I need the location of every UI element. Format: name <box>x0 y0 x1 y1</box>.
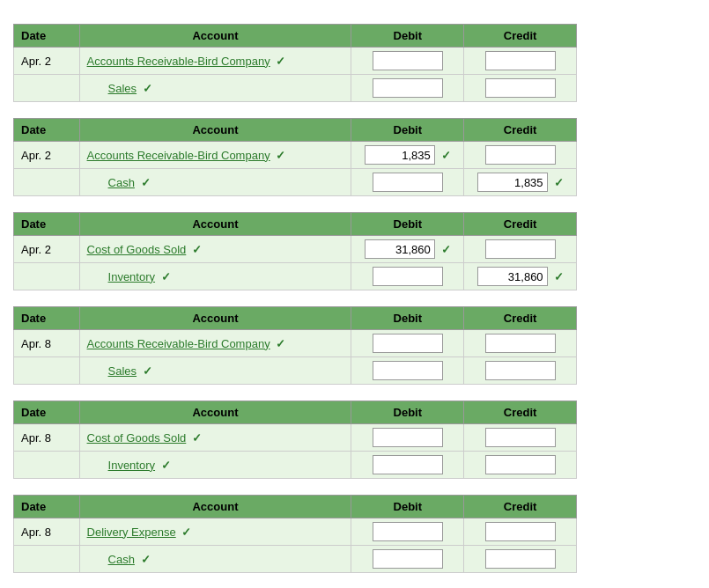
column-header-credit: Credit <box>464 496 577 518</box>
table-row: Sales ✓ <box>14 75 577 102</box>
debit-input[interactable] <box>373 334 443 353</box>
credit-input[interactable] <box>485 549 556 569</box>
debit-input[interactable] <box>373 78 443 98</box>
credit-input[interactable] <box>485 239 556 259</box>
table-row: Apr. 2Accounts Receivable-Bird Company ✓… <box>14 142 577 169</box>
credit-cell: ✓ <box>464 263 577 290</box>
credit-input[interactable] <box>485 361 556 380</box>
column-header-credit: Credit <box>464 119 577 142</box>
credit-input-wrapper <box>471 145 569 165</box>
debit-input[interactable] <box>373 361 443 380</box>
credit-input[interactable] <box>485 51 556 70</box>
account-cell: Sales ✓ <box>79 357 351 385</box>
account-name[interactable]: Cost of Goods Sold <box>87 243 187 256</box>
date-cell: Apr. 2 <box>14 142 80 169</box>
account-name[interactable]: Sales <box>87 364 137 378</box>
credit-input[interactable] <box>485 145 556 165</box>
credit-cell <box>464 546 577 573</box>
credit-input[interactable] <box>485 78 556 98</box>
account-checkmark: ✓ <box>188 243 202 256</box>
debit-input-wrapper <box>358 334 456 353</box>
account-name[interactable]: Accounts Receivable-Bird Company <box>87 149 270 162</box>
account-name[interactable]: Cost of Goods Sold <box>87 431 187 445</box>
credit-input-wrapper <box>471 522 569 541</box>
column-header-debit: Debit <box>351 119 464 142</box>
debit-checkmark: ✓ <box>441 149 451 162</box>
debit-input[interactable] <box>373 428 443 447</box>
debit-checkmark: ✓ <box>441 243 451 256</box>
journal-table-3: DateAccountDebitCreditApr. 2Cost of Good… <box>13 212 577 290</box>
credit-cell <box>464 330 577 357</box>
column-header-account: Account <box>79 213 351 236</box>
credit-input[interactable] <box>485 428 556 447</box>
account-checkmark: ✓ <box>139 82 152 95</box>
column-header-account: Account <box>79 119 351 142</box>
debit-input[interactable] <box>373 549 443 569</box>
credit-input[interactable] <box>477 267 548 286</box>
account-checkmark: ✓ <box>273 55 286 68</box>
credit-checkmark: ✓ <box>554 270 564 283</box>
account-name[interactable]: Cash <box>87 553 135 566</box>
account-name[interactable]: Inventory <box>87 270 155 283</box>
journal-table-1: DateAccountDebitCreditApr. 2Accounts Rec… <box>13 24 577 102</box>
debit-cell <box>351 263 464 290</box>
debit-input[interactable] <box>373 455 443 474</box>
debit-input-wrapper: ✓ <box>358 239 456 259</box>
column-header-credit: Credit <box>464 401 577 424</box>
credit-cell <box>464 518 577 546</box>
table-row: Apr. 8Delivery Expense ✓ <box>14 518 577 546</box>
date-cell <box>14 357 80 385</box>
debit-input[interactable] <box>373 173 443 192</box>
debit-input[interactable] <box>373 51 443 70</box>
table-row: Inventory ✓✓ <box>14 263 577 290</box>
account-name[interactable]: Accounts Receivable-Bird Company <box>87 55 270 68</box>
account-cell: Accounts Receivable-Bird Company ✓ <box>79 142 351 169</box>
date-cell <box>14 452 80 479</box>
column-header-debit: Debit <box>351 496 464 518</box>
date-cell <box>14 263 80 290</box>
credit-input[interactable] <box>477 173 548 192</box>
debit-cell <box>351 75 464 102</box>
debit-input-wrapper <box>358 173 456 192</box>
account-cell: Accounts Receivable-Bird Company ✓ <box>79 48 351 75</box>
credit-input-wrapper: ✓ <box>471 173 569 192</box>
date-cell <box>14 546 80 573</box>
account-name[interactable]: Inventory <box>87 459 155 472</box>
column-header-date: Date <box>14 307 80 330</box>
column-header-debit: Debit <box>351 401 464 424</box>
column-header-account: Account <box>79 307 351 330</box>
account-name[interactable]: Accounts Receivable-Bird Company <box>87 337 270 350</box>
account-cell: Cost of Goods Sold ✓ <box>79 424 351 452</box>
account-checkmark: ✓ <box>137 553 151 566</box>
credit-input-wrapper <box>471 549 569 569</box>
debit-input[interactable] <box>373 522 443 541</box>
journal-table-6: DateAccountDebitCreditApr. 8Delivery Exp… <box>13 495 577 573</box>
journal-table-4: DateAccountDebitCreditApr. 8Accounts Rec… <box>13 306 577 385</box>
account-cell: Inventory ✓ <box>79 263 351 290</box>
account-name[interactable]: Sales <box>87 82 137 95</box>
credit-cell <box>464 424 577 452</box>
credit-cell <box>464 357 577 385</box>
account-cell: Inventory ✓ <box>79 452 351 479</box>
debit-input-wrapper <box>358 522 456 541</box>
date-cell: Apr. 2 <box>14 48 80 75</box>
account-cell: Cost of Goods Sold ✓ <box>79 236 351 263</box>
date-cell: Apr. 8 <box>14 330 80 357</box>
debit-cell <box>351 169 464 196</box>
credit-input[interactable] <box>485 522 556 541</box>
credit-input[interactable] <box>485 334 556 353</box>
credit-input[interactable] <box>485 455 556 474</box>
debit-input[interactable] <box>373 267 443 286</box>
debit-cell <box>351 357 464 385</box>
debit-cell <box>351 424 464 452</box>
debit-input[interactable] <box>365 239 435 259</box>
account-name[interactable]: Cash <box>87 176 135 189</box>
credit-input-wrapper <box>471 455 569 474</box>
debit-cell <box>351 518 464 546</box>
account-cell: Cash ✓ <box>79 546 351 573</box>
account-checkmark: ✓ <box>158 270 171 283</box>
debit-input-wrapper <box>358 455 456 474</box>
debit-input[interactable] <box>365 145 435 165</box>
account-name[interactable]: Delivery Expense <box>87 526 176 539</box>
debit-cell <box>351 48 464 75</box>
